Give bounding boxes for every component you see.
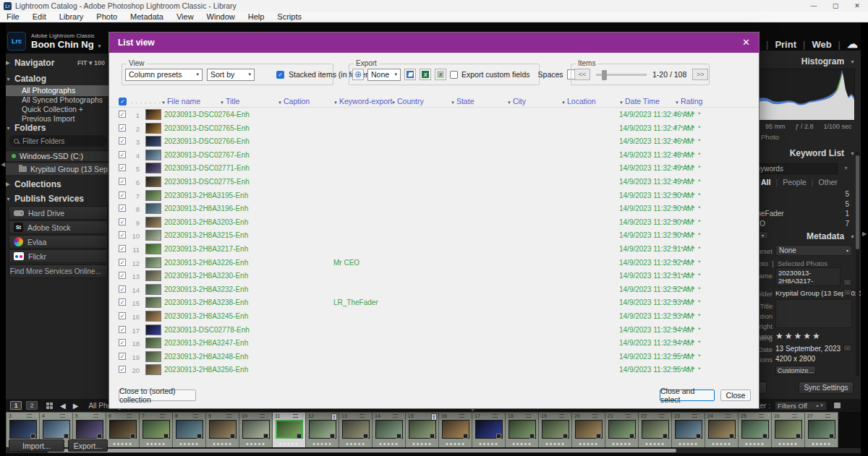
next-page-button[interactable]: >> [692, 69, 708, 80]
minimize-button[interactable]: — [803, 0, 825, 12]
column-filter-icon[interactable]: ▼ [561, 100, 566, 105]
filmstrip-cell-15[interactable]: 15!★★★★★ [406, 412, 439, 447]
table-row[interactable]: ✓820230913-2H8A3196-Enh14/9/2023 11:32:5… [109, 202, 759, 215]
close-and-select-button[interactable]: Close and select [660, 390, 715, 401]
row-checkbox[interactable]: ✓ [119, 298, 126, 306]
menu-library[interactable]: Library [53, 12, 90, 21]
items-slider[interactable] [596, 74, 647, 76]
filmstrip-cell-14[interactable]: 14↑★★★★★ [373, 412, 406, 447]
sort-by-select[interactable]: Sort by▾ [207, 69, 255, 81]
table-row[interactable]: ✓620230913-DSC02775-Enh14/9/2023 11:32:4… [109, 175, 759, 189]
menu-photo[interactable]: Photo [90, 12, 124, 21]
filmstrip-scrollbar-thumb[interactable] [47, 449, 676, 452]
publish-service-evlaa[interactable]: Evlaa [9, 235, 108, 249]
menu-edit[interactable]: Edit [26, 12, 53, 21]
filter-folders-input[interactable]: Filter Folders [9, 135, 107, 147]
export-button[interactable]: Export... [68, 439, 108, 452]
filmstrip-scrollbar[interactable] [6, 448, 862, 453]
row-checkbox[interactable]: ✓ [119, 178, 126, 185]
row-checkbox[interactable]: ✓ [119, 137, 126, 145]
goto-folder-icon[interactable]: → [843, 289, 851, 296]
table-row[interactable]: ✓1620230913-2H8A3245-Enh14/9/2023 11:32:… [109, 309, 759, 323]
panel-catalog[interactable]: ▼ Catalog [6, 72, 111, 85]
export-table-button[interactable]: ▦ [404, 69, 416, 80]
next-photo-icon[interactable]: ▶ [73, 402, 79, 410]
row-thumbnail[interactable] [145, 150, 161, 160]
panel-publish-services[interactable]: ▼ Publish Services [6, 192, 111, 205]
row-checkbox[interactable]: ✓ [119, 245, 126, 252]
cloud-sync-icon[interactable]: ☁ [847, 38, 858, 51]
metadata-file-value[interactable]: 20230913-2H8A3217-Enhanced-NR-11.jpg [775, 267, 841, 286]
row-checkbox[interactable]: ✓ [119, 326, 126, 333]
row-thumbnail[interactable] [145, 176, 161, 187]
filmstrip-cell-8[interactable]: 8↑★★★★★ [173, 412, 206, 447]
goto-file-icon[interactable]: → [843, 279, 851, 285]
close-button[interactable]: Close [720, 390, 751, 401]
filmstrip-cell-10[interactable]: 10↑★★★★★ [239, 412, 273, 447]
filmstrip-cell-21[interactable]: 21↑★★★★★ [605, 412, 639, 447]
filmstrip-cell-13[interactable]: 13↑★★★★★ [339, 412, 373, 447]
column-presets-select[interactable]: Column presets▾ [125, 69, 203, 81]
dialog-titlebar[interactable]: List view ✕ [109, 33, 759, 53]
tab-people[interactable]: People [783, 178, 807, 186]
table-row[interactable]: ✓220230913-DSC02765-Enh14/9/2023 11:32:4… [109, 121, 759, 135]
tab-other[interactable]: Other [819, 178, 838, 186]
column-filter-icon[interactable]: ▼ [220, 100, 224, 105]
module-web[interactable]: Web [812, 39, 831, 50]
folder-item[interactable]: Krypital Group (13 Sep 2023) [6, 163, 111, 175]
identity-plate[interactable]: Lrc Adobe Lightroom Classic Boon Chin Ng… [7, 32, 101, 51]
row-thumbnail[interactable] [145, 324, 161, 335]
filmstrip-cell-17[interactable]: 17↑★★★★★ [472, 412, 506, 447]
filmstrip-cell-19[interactable]: 19↑★★★★★ [539, 412, 572, 447]
column-filter-icon[interactable]: ▼ [507, 100, 511, 105]
column-filter-icon[interactable]: ▼ [619, 100, 624, 105]
table-row[interactable]: ✓420230913-DSC02767-Enh14/9/2023 11:32:4… [109, 148, 759, 162]
filmstrip-cell-26[interactable]: 26↑★★★★★ [772, 412, 805, 447]
column-filter-icon[interactable]: ▼ [391, 100, 396, 105]
histogram-chart[interactable] [758, 69, 855, 121]
row-thumbnail[interactable] [145, 284, 161, 295]
filmstrip-cell-27[interactable]: 27↑★★★★★ [805, 412, 838, 447]
column-header-country[interactable]: ▼Country [391, 97, 424, 106]
table-row[interactable]: ✓120230913-DSC02764-Enh14/9/2023 11:32:4… [109, 108, 759, 121]
row-checkbox[interactable]: ✓ [119, 353, 126, 360]
row-thumbnail[interactable] [145, 337, 161, 348]
row-checkbox[interactable]: ✓ [119, 124, 126, 132]
row-thumbnail[interactable] [145, 230, 161, 241]
panel-folders[interactable]: ▼ Folders [6, 121, 111, 134]
primary-monitor-button[interactable]: 1 [10, 401, 22, 410]
export-excel-alt-button[interactable]: X [435, 69, 446, 80]
publish-service-hard-drive[interactable]: Hard Drive [9, 206, 108, 220]
column-header-date-time[interactable]: ▼Date Time [619, 97, 660, 106]
expand-right-panel-icon[interactable]: ▶ [862, 231, 867, 237]
filmstrip-cell-24[interactable]: 24↑★★★★★ [705, 412, 739, 447]
filmstrip-cell-22[interactable]: 22↑★★★★★ [639, 412, 672, 447]
column-filter-icon[interactable]: ▼ [333, 100, 338, 105]
filmstrip-cell-6[interactable]: 6↑★★★★★ [106, 412, 140, 447]
menu-file[interactable]: File [0, 12, 26, 21]
table-row[interactable]: ✓320230913-DSC02766-Enh14/9/2023 11:32:4… [109, 134, 759, 148]
customize-button[interactable]: Customize... [775, 366, 816, 375]
right-panel-scrollbar[interactable] [856, 152, 859, 376]
menu-scripts[interactable]: Scripts [271, 12, 308, 21]
filmstrip-cell-9[interactable]: 9↑★★★★★ [206, 412, 239, 447]
find-more-services-link[interactable]: Find More Services Online... [9, 264, 108, 278]
row-thumbnail[interactable] [145, 311, 161, 322]
table-row[interactable]: ✓520230913-DSC02771-Enh14/9/2023 11:32:4… [109, 161, 759, 175]
close-to-sorted-button[interactable]: Close to (sorted) collection [119, 390, 196, 401]
column-header-keyword-export[interactable]: ▼Keyword-export [333, 97, 392, 106]
filmstrip-cell-23[interactable]: 23↑★★★★★ [672, 412, 705, 447]
previous-photo-icon[interactable]: ◀ [60, 402, 66, 410]
row-thumbnail[interactable] [145, 136, 161, 147]
row-thumbnail[interactable] [145, 351, 161, 362]
row-checkbox[interactable]: ✓ [119, 285, 126, 293]
panel-collections[interactable]: ▶ Collections [6, 178, 111, 191]
filmstrip-cell-20[interactable]: 20↑★★★★★ [572, 412, 605, 447]
filter-lock-icon[interactable] [834, 403, 841, 408]
select-all-checkbox[interactable]: ✓ [119, 98, 127, 106]
table-row[interactable]: ✓920230913-2H8A3203-Enh14/9/2023 11:32:5… [109, 215, 759, 229]
row-thumbnail[interactable] [145, 163, 161, 173]
metadata-preset-select[interactable]: None▾ [775, 245, 852, 256]
tab-selected-photos[interactable]: Selected Photos [778, 259, 827, 267]
publish-service-flickr[interactable]: Flickr [9, 249, 108, 263]
